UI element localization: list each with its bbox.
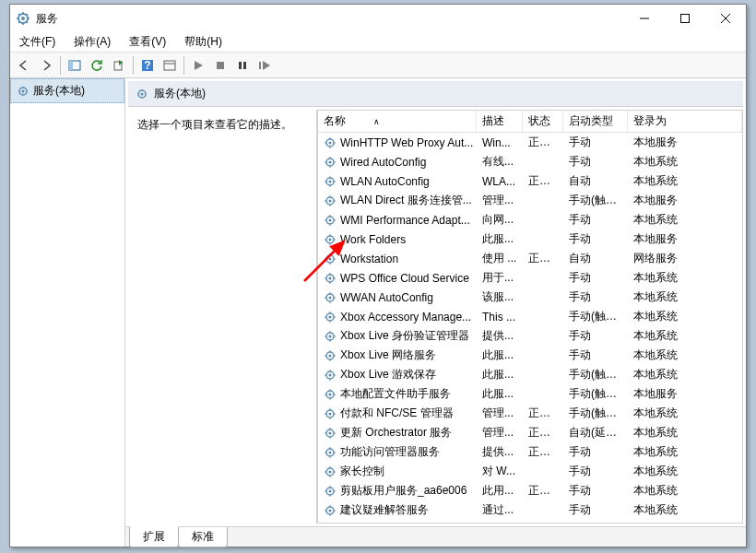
service-desc: 有线... [477,152,523,171]
svg-point-43 [329,373,332,376]
pause-service-button[interactable] [232,55,253,76]
service-logon: 本地系统 [628,365,742,384]
service-status [523,199,563,203]
service-desc: 提供... [477,442,523,462]
table-row[interactable]: 家长控制对 W...手动本地系统 [318,462,742,481]
service-startup: 手动 [563,268,628,288]
menu-view[interactable]: 查看(V) [125,32,170,52]
table-row[interactable]: WLAN AutoConfigWLA...正在...自动本地系统 [318,171,742,191]
table-row[interactable]: 更新 Orchestrator 服务管理...正在...自动(延迟...本地系统 [318,423,742,442]
service-desc: Win... [477,135,523,151]
service-desc: 管理... [477,191,523,210]
service-logon: 本地系统 [628,442,742,462]
help-button[interactable]: ? [137,55,158,76]
table-row[interactable]: Xbox Accessory Manage...This ...手动(触发...… [318,307,742,326]
service-status [523,218,563,222]
service-status [523,373,563,377]
service-logon: 本地服务 [628,229,742,249]
menu-action[interactable]: 操作(A) [70,32,114,52]
service-desc: 此用... [477,481,523,500]
table-row[interactable]: Workstation使用 ...正在...自动网络服务 [318,249,742,268]
svg-point-25 [329,199,332,202]
table-row[interactable]: 功能访问管理器服务提供...正在...手动本地系统 [318,442,742,462]
table-row[interactable]: WinHTTP Web Proxy Aut...Win...正在...手动本地服… [318,133,742,152]
tree-root-services[interactable]: 服务(本地) [10,78,124,103]
close-button[interactable] [705,5,746,32]
properties-button[interactable] [159,55,180,76]
service-status [523,160,563,164]
table-row[interactable]: WWAN AutoConfig该服...手动本地系统 [318,288,742,307]
col-startup[interactable]: 启动类型 [563,111,628,132]
sort-asc-icon: ∧ [373,117,380,126]
svg-point-57 [329,509,332,512]
tab-extended[interactable]: 扩展 [129,526,179,547]
tree-pane: 服务(本地) [10,78,125,547]
table-row[interactable]: 付款和 NFC/SE 管理器管理...正在...手动(触发...本地系统 [318,404,742,423]
menu-file[interactable]: 文件(F) [16,32,59,52]
table-row[interactable]: WLAN Direct 服务连接管...管理...手动(触发...本地服务 [318,191,742,210]
col-status[interactable]: 状态 [523,111,563,132]
svg-point-55 [329,489,332,492]
back-button[interactable] [14,55,34,76]
table-row[interactable]: Xbox Live 身份验证管理器提供...手动本地系统 [318,326,742,346]
menu-help[interactable]: 帮助(H) [181,32,226,52]
gear-icon [324,388,337,401]
svg-rect-12 [243,62,246,69]
gear-icon [324,291,337,304]
stop-service-button[interactable] [210,55,230,76]
svg-point-31 [329,257,332,260]
table-row[interactable]: 建议疑难解答服务通过...手动本地系统 [318,500,742,520]
service-startup: 手动(触发... [563,384,628,404]
svg-rect-13 [259,62,261,69]
gear-icon [324,330,337,343]
service-status: 正在... [523,442,563,462]
svg-text:?: ? [144,59,150,72]
service-logon: 本地系统 [628,268,742,288]
col-name[interactable]: 名称∧ [318,111,477,132]
table-row[interactable]: 本地配置文件助手服务此服...手动(触发...本地服务 [318,384,742,404]
service-name: Xbox Live 网络服务 [340,347,436,363]
service-startup: 手动(触发... [563,191,628,210]
service-logon: 本地系统 [628,152,742,171]
service-logon: 本地系统 [628,462,742,481]
table-row[interactable]: Wired AutoConfig有线...手动本地系统 [318,152,742,171]
svg-point-33 [329,276,332,279]
col-desc[interactable]: 描述 [477,111,523,132]
gear-icon [17,85,30,98]
service-desc: 通过... [477,500,523,520]
svg-rect-10 [217,62,224,69]
restart-service-button[interactable] [254,55,275,76]
col-logon[interactable]: 登录为 [628,111,742,132]
service-startup: 手动 [563,229,628,249]
refresh-button[interactable] [87,55,107,76]
service-name: Wired AutoConfig [340,156,426,169]
svg-rect-11 [239,62,242,69]
gear-icon [324,504,337,517]
gear-icon [324,349,337,362]
service-logon: 本地系统 [628,307,742,326]
service-status [523,276,563,280]
table-row[interactable]: WPS Office Cloud Service用于...手动本地系统 [318,268,742,288]
table-row[interactable]: WMI Performance Adapt...向网...手动本地系统 [318,210,742,229]
service-startup: 手动 [563,500,628,520]
table-row[interactable]: Xbox Live 游戏保存此服...手动(触发...本地系统 [318,365,742,384]
svg-point-23 [329,180,332,182]
gear-icon [324,136,337,149]
minimize-button[interactable] [624,5,665,32]
show-hide-tree-button[interactable] [65,55,85,76]
table-row[interactable]: 剪贴板用户服务_aa6e006此用...正在...手动本地系统 [318,481,742,500]
titlebar[interactable]: 服务 [10,5,746,32]
svg-rect-8 [164,61,175,70]
forward-button[interactable] [36,55,56,76]
service-logon: 本地系统 [628,346,742,365]
start-service-button[interactable] [188,55,208,76]
export-button[interactable] [109,55,129,76]
service-status: 正在... [523,404,563,423]
table-row[interactable]: Xbox Live 网络服务此服...手动本地系统 [318,346,742,365]
tab-standard[interactable]: 标准 [178,527,228,547]
table-row[interactable]: Work Folders此服...手动本地服务 [318,229,742,249]
window-title: 服务 [36,11,624,27]
maximize-button[interactable] [665,5,705,32]
service-startup: 手动 [563,346,628,365]
service-name: 家长控制 [340,464,384,479]
